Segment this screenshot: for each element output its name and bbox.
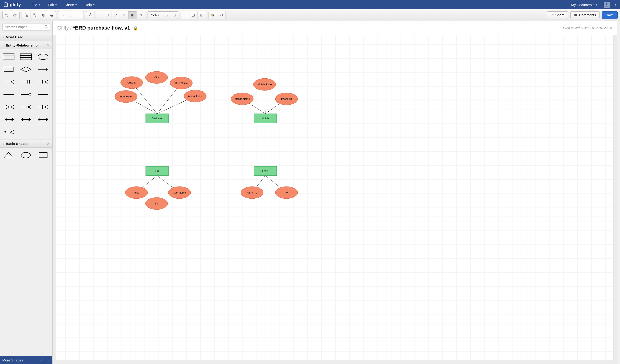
er-line-d[interactable] [2,103,15,111]
ungroup-button[interactable] [31,11,39,19]
share-icon [550,13,554,17]
svg-rect-27 [4,67,13,72]
er-entity-shape[interactable] [2,53,15,61]
er-line-g[interactable] [2,115,15,124]
er-entity2-shape[interactable] [19,53,32,61]
ellipse-shape[interactable] [19,151,32,159]
theme-icon [211,13,215,17]
zoom-select[interactable]: 75%▼ [148,12,162,19]
app-logo[interactable]: gliffy [3,2,21,7]
canvas-area: Gliffy / *ERD purchase flow, v1 🔒 Draft … [53,21,617,364]
er-line-b[interactable] [19,90,32,99]
svg-rect-2 [26,15,28,16]
save-button[interactable]: Save [602,11,618,19]
guides-button[interactable] [198,11,206,19]
document-title[interactable]: *ERD purchase flow, v1 [73,25,130,31]
rect-shape[interactable] [37,151,49,159]
attribute-label: Phone ID [281,97,292,100]
circle-icon [97,13,101,17]
ungroup-icon [33,13,37,17]
save-status: Draft saved at Jan 29, 2018 22:36 [563,26,612,30]
menu-edit[interactable]: Edit▼ [46,2,59,8]
svg-rect-21 [3,54,14,60]
er-line-h[interactable] [19,115,32,124]
redo-button[interactable] [11,11,19,19]
close-icon[interactable]: ✕ [47,44,49,47]
vertical-scrollbar[interactable] [617,21,620,364]
user-icon [605,2,609,7]
rect-tool[interactable] [103,11,111,19]
er-rect-shape[interactable] [2,65,15,74]
pointer-tool[interactable] [128,11,137,19]
collapse-vertical-icon[interactable] [40,358,44,362]
comments-button[interactable]: Comments [571,11,600,19]
entity-label: Bill [155,169,159,172]
panel-basic-shapes[interactable]: ≡Basic Shapes ✕ [0,139,52,148]
chevron-down-icon: ▼ [595,3,598,6]
triangle-shape[interactable] [2,151,15,159]
group-button[interactable] [22,11,31,19]
layers-button[interactable] [217,11,226,19]
user-avatar[interactable] [604,2,610,8]
panel-entity-relationship[interactable]: ≡Entity-Relationship ✕ [0,41,52,49]
more-shapes-button[interactable]: More Shapes [2,358,23,362]
svg-rect-16 [212,14,213,15]
svg-rect-18 [212,15,213,16]
text-icon: A [89,13,92,17]
svg-rect-9 [70,14,72,16]
gliffy-logo-icon [3,2,8,7]
zoom-out-button[interactable] [170,12,178,19]
chevron-down-icon[interactable]: ▼ [614,3,617,6]
er-relation-shape[interactable] [19,65,32,74]
er-line-a[interactable] [2,90,15,99]
er-line-j[interactable] [2,128,15,136]
menu-file[interactable]: File▼ [30,2,42,8]
cursor-icon [131,13,134,17]
collapse-sidebar-icon[interactable] [46,358,50,362]
close-icon[interactable]: ✕ [47,142,49,146]
panel-most-used[interactable]: ≡Most Used [0,33,52,41]
menu-share[interactable]: Share▼ [63,2,79,8]
pan-tool[interactable] [137,11,145,19]
er-line-i[interactable] [37,115,49,124]
er-line-many[interactable] [2,78,15,86]
connector-tool[interactable] [111,11,120,19]
chevron-down-icon: ▼ [75,3,77,6]
er-line-one[interactable] [37,65,49,74]
share-button[interactable]: Share [547,11,568,19]
canvas[interactable]: CustomerMobileBillLoginPhone NoCust IDCi… [56,35,614,361]
svg-rect-3 [33,14,34,15]
er-attribute-shape[interactable] [37,53,49,61]
ellipse-tool[interactable] [95,11,103,19]
chevron-down-icon: ▼ [157,14,160,16]
svg-point-10 [98,14,100,16]
text-tool[interactable]: A [86,11,95,19]
svg-rect-1 [25,14,26,15]
zoom-control: 75%▼ [148,11,178,19]
link-button [58,11,67,19]
search-input[interactable] [2,23,50,31]
send-back-button[interactable] [47,11,56,19]
line-tool[interactable] [120,11,128,19]
undo-button[interactable] [2,11,11,19]
zoom-in-button[interactable] [163,12,170,19]
entity-label: Login [262,169,269,172]
search-icon[interactable] [45,25,48,30]
chevron-down-icon: ▼ [93,3,95,6]
diagram: CustomerMobileBillLoginPhone NoCust IDCi… [56,35,335,216]
comment-icon [574,13,578,17]
menu-help[interactable]: Help▼ [83,2,97,8]
er-line-e[interactable] [19,103,32,111]
er-line-manymany[interactable] [37,78,49,86]
attribute-label: Phone No [120,95,132,98]
guides-icon [200,13,204,17]
er-line-f[interactable] [37,103,49,111]
er-line-c[interactable] [37,90,49,99]
er-line-oneone[interactable] [19,78,32,86]
connector-icon [114,13,118,17]
grid-button[interactable] [189,11,198,19]
breadcrumb[interactable]: Gliffy [57,25,69,31]
theme-button[interactable] [209,11,217,19]
menu-my-documents[interactable]: My Documents▼ [570,2,599,8]
bring-front-button[interactable] [39,11,47,19]
